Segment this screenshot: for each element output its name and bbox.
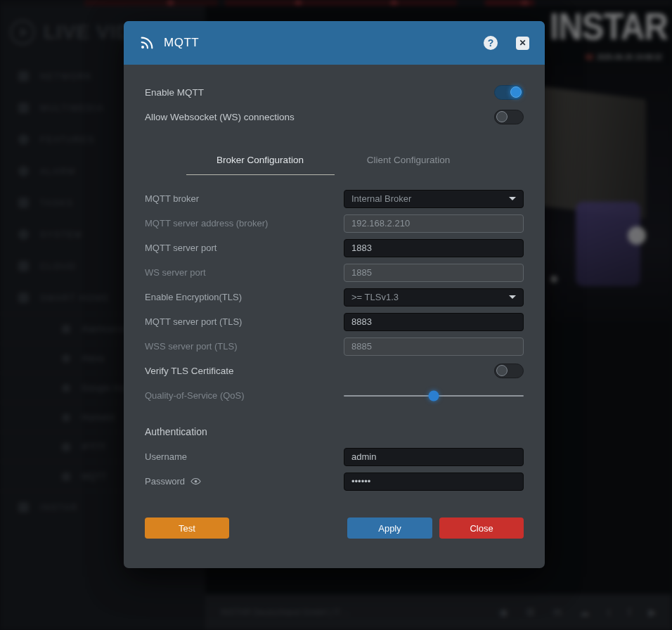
config-tabs: Broker Configuration Client Configuratio… xyxy=(145,148,524,175)
close-button[interactable]: Close xyxy=(439,518,524,539)
toggle-knob xyxy=(496,365,508,376)
enable-mqtt-toggle[interactable] xyxy=(494,85,524,100)
verify-tls-label: Verify TLS Certificate xyxy=(145,366,494,376)
tls-encryption-row: Enable Encryption(TLS) >= TLSv1.3 xyxy=(145,285,524,309)
test-button[interactable]: Test xyxy=(145,518,229,539)
apply-button[interactable]: Apply xyxy=(347,518,432,539)
mqtt-broker-value: Internal Broker xyxy=(351,193,411,204)
modal-title: MQTT xyxy=(164,36,199,50)
modal-header: MQTT ? ✕ xyxy=(124,21,545,65)
toggle-knob xyxy=(510,86,522,98)
websocket-toggle[interactable] xyxy=(494,110,524,124)
password-input[interactable]: •••••• xyxy=(344,472,524,491)
qos-label: Quality-of-Service (QoS) xyxy=(145,390,344,401)
mqtt-server-address-input: 192.168.2.210 xyxy=(344,214,524,233)
broadcast-icon xyxy=(139,35,155,51)
tab-client-configuration[interactable]: Client Configuration xyxy=(335,148,483,175)
caret-down-icon xyxy=(509,197,516,200)
websocket-label: Allow Websocket (WS) connections xyxy=(145,112,295,122)
password-row: Password •••••• xyxy=(145,469,524,494)
tab-broker-configuration[interactable]: Broker Configuration xyxy=(186,148,335,175)
mqtt-broker-row: MQTT broker Internal Broker xyxy=(145,186,524,211)
password-label: Password xyxy=(145,476,185,487)
username-row: Username admin xyxy=(145,444,524,469)
wss-tls-port-input: 8885 xyxy=(344,338,524,356)
websocket-row: Allow Websocket (WS) connections xyxy=(145,105,524,129)
mqtt-tls-port-input[interactable]: 8883 xyxy=(344,313,524,331)
username-label: Username xyxy=(145,451,344,462)
ws-server-port-input: 1885 xyxy=(344,264,524,282)
wss-tls-port-label: WSS server port (TLS) xyxy=(145,341,344,352)
mqtt-broker-label: MQTT broker xyxy=(145,193,344,204)
modal-header-actions: ? ✕ xyxy=(484,36,529,50)
tls-encryption-label: Enable Encryption(TLS) xyxy=(145,292,344,302)
qos-row: Quality-of-Service (QoS) xyxy=(145,383,524,408)
mqtt-broker-select[interactable]: Internal Broker xyxy=(344,190,524,208)
enable-mqtt-row: Enable MQTT xyxy=(145,80,524,105)
caret-down-icon xyxy=(509,295,516,299)
mqtt-server-address-label: MQTT server address (broker) xyxy=(145,218,344,229)
ws-server-port-row: WS server port 1885 xyxy=(145,260,524,285)
mqtt-server-address-row: MQTT server address (broker) 192.168.2.2… xyxy=(145,211,524,236)
show-password-eye-icon[interactable] xyxy=(190,476,201,487)
help-icon[interactable]: ? xyxy=(484,36,498,50)
mqtt-tls-port-row: MQTT server port (TLS) 8883 xyxy=(145,309,524,334)
verify-tls-row: Verify TLS Certificate xyxy=(145,359,524,383)
toggle-knob xyxy=(496,111,508,122)
enable-mqtt-label: Enable MQTT xyxy=(145,87,204,98)
modal-button-row: Test Apply Close xyxy=(145,518,524,539)
close-icon[interactable]: ✕ xyxy=(516,37,529,50)
mqtt-server-port-row: MQTT server port 1883 xyxy=(145,236,524,260)
wss-tls-port-row: WSS server port (TLS) 8885 xyxy=(145,334,524,359)
authentication-heading: Authentication xyxy=(145,426,524,437)
ws-server-port-label: WS server port xyxy=(145,267,344,278)
tls-encryption-value: >= TLSv1.3 xyxy=(351,292,399,302)
tls-encryption-select[interactable]: >= TLSv1.3 xyxy=(344,288,524,307)
mqtt-server-port-label: MQTT server port xyxy=(145,243,344,253)
username-input[interactable]: admin xyxy=(344,448,524,466)
mqtt-tls-port-label: MQTT server port (TLS) xyxy=(145,316,344,327)
qos-slider[interactable] xyxy=(344,387,524,405)
modal-body: Enable MQTT Allow Websocket (WS) connect… xyxy=(124,65,545,539)
verify-tls-toggle[interactable] xyxy=(494,364,524,378)
mqtt-modal: MQTT ? ✕ Enable MQTT Allow Websocket (WS… xyxy=(124,21,545,568)
password-label-group: Password xyxy=(145,476,344,487)
qos-slider-thumb[interactable] xyxy=(429,390,439,401)
app-screen: LIVE VIDEO NETWORK MULTIMEDIA FEATURES xyxy=(0,0,672,630)
mqtt-server-port-input[interactable]: 1883 xyxy=(344,239,524,257)
